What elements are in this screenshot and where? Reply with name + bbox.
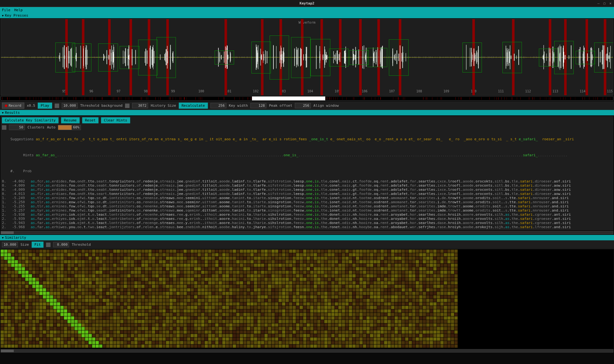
result-row[interactable]: 2.-5.943as.far.as.erhiyes.iok.ojmt.t.o.l…	[2, 221, 612, 225]
waveform-tick: 107	[389, 89, 395, 93]
section-key-presses-header[interactable]: ▼ Key Presses	[0, 13, 614, 18]
result-row[interactable]: 0.-4.009as.flr.as.erdides.foo.ondt.tto.s…	[2, 188, 612, 192]
timeline[interactable]	[1, 96, 613, 101]
result-row[interactable]: 2.-5.939as.far.as.erhiyes.iok.ojmt.t.o.l…	[2, 217, 612, 221]
history-size-label: History Size	[151, 104, 176, 108]
waveform-tick: 113	[553, 89, 558, 93]
suggestions-row: Suggestions as_f r_as_er i es_fo _o t_t …	[2, 131, 612, 147]
auto-label: Auto	[47, 125, 56, 129]
slider-handle-d[interactable]	[46, 243, 51, 247]
suggestions-text: as_f r_as_er i es_fo _o t_t o_sea t_ ont…	[36, 137, 574, 141]
waveform-tick: 114	[580, 89, 586, 93]
result-row[interactable]: 0.-4.013as.flr.as.erdiaes.foo.ondt.tto.s…	[2, 192, 612, 196]
threshold-value[interactable]: 0.000	[53, 242, 69, 247]
waveform-tick: 108	[416, 89, 422, 93]
menu-help[interactable]: Help	[14, 8, 23, 12]
similarity-area	[1, 250, 613, 349]
play-button[interactable]: Play	[38, 103, 52, 109]
key-width-label: Key width	[229, 104, 248, 108]
suggestions-label: Suggestions	[11, 137, 34, 141]
results-list: 0.-4.002as.fcr.as.erdides.foo.ondt.tto.s…	[2, 179, 612, 229]
window-title: Keytap2	[300, 1, 314, 5]
fit-button[interactable]: Fit	[32, 242, 44, 248]
scrollbar-thumb[interactable]	[1, 350, 14, 352]
result-row[interactable]: 1.-5.250as.tlr.as.ernines.eow.ofwi.tqo.s…	[2, 200, 612, 204]
waveform-tick: 115	[607, 89, 613, 93]
calc-key-similarity-button[interactable]: Calculate Key Similarity	[2, 117, 59, 123]
slider-handle-b[interactable]	[125, 104, 130, 108]
maximize-icon[interactable]: ▢	[603, 1, 606, 5]
titlebar: Keytap2 — ▢ ✕	[0, 0, 614, 7]
waveform-tick: 97	[117, 89, 121, 93]
collapse-arrow-icon: ▼	[2, 14, 4, 17]
result-row[interactable]: 1.-5.249as.tlr.as.ernines.fow.ofwi.tqo.s…	[2, 196, 612, 200]
result-row[interactable]: 1.-5.255as.tlr.as.ernines.fow.ofwi.tqo.s…	[2, 204, 612, 208]
section-results-title: Results	[5, 111, 20, 115]
scrollbar-thumb[interactable]	[1, 231, 14, 234]
menubar: File Help	[0, 7, 614, 13]
value-a[interactable]: 10.000	[62, 103, 78, 108]
record-icon	[5, 105, 7, 107]
results-area: Calculate Key Similarity Resume Reset Cl…	[1, 116, 613, 230]
similarity-controls: 10.000 Size Fit 0.000 Threshold	[0, 240, 614, 249]
similarity-matrix[interactable]	[1, 250, 613, 349]
menu-file[interactable]: File	[2, 8, 11, 12]
results-scrollbar[interactable]	[1, 231, 613, 234]
sim-val-a[interactable]: 10.000	[2, 242, 18, 247]
clusters-label: Clusters	[28, 125, 44, 129]
slider-handle-c[interactable]	[2, 125, 6, 130]
result-row[interactable]: 1.-5.257as.tyr.as.ernines.fow.ofwi.tqo.s…	[2, 208, 612, 213]
result-row[interactable]: 0.-4.002as.fcr.as.erdides.foo.ondt.tto.s…	[2, 179, 612, 183]
hints-label: Hints	[23, 153, 34, 157]
slider-val[interactable]: 50	[9, 125, 25, 130]
waveform-tick: 100	[198, 89, 204, 93]
close-icon[interactable]: ✕	[609, 1, 611, 5]
waveform-tick: 112	[525, 89, 531, 93]
slider-handle-a[interactable]	[55, 104, 59, 108]
minimize-icon[interactable]: —	[597, 1, 600, 5]
waveform-area[interactable]: Waveform 9596979899100101102103104105106…	[1, 19, 613, 96]
timeline-window[interactable]	[252, 97, 326, 100]
waveform-tick: 96	[90, 89, 93, 93]
result-row[interactable]: 0.-4.009as.flr.as.erdides.foo.ondt.tto.s…	[2, 183, 612, 188]
collapse-arrow-icon: ▼	[2, 111, 4, 114]
reset-button[interactable]: Reset	[82, 117, 98, 123]
clear-hints-button[interactable]: Clear Hints	[101, 117, 130, 123]
result-row[interactable]: 2.-5.938as.far.as.erhiyes.iok.ojmt.t.o.l…	[2, 213, 612, 217]
waveform-tick: 109	[444, 89, 449, 93]
peak-offset-value[interactable]: 256	[295, 103, 311, 108]
section-key-presses-title: Key Presses	[5, 13, 28, 18]
section-similarity-header[interactable]: ▼ Similarity	[0, 235, 614, 240]
hints-text[interactable]: as_far_as_..............................…	[36, 153, 567, 157]
threshold-bg-value[interactable]: 3072	[132, 103, 148, 108]
results-header: #. Prob	[11, 169, 32, 173]
section-similarity-title: Similarity	[5, 236, 26, 240]
waveform-tick: 99	[171, 89, 175, 93]
record-button[interactable]: Record	[2, 103, 24, 109]
threshold-label: Threshold	[72, 243, 91, 247]
history-size-value[interactable]: 256	[210, 103, 226, 108]
section-results-header[interactable]: ▼ Results	[0, 110, 614, 115]
waveform-tick: 106	[362, 89, 367, 93]
key-width-value[interactable]: 128	[250, 103, 266, 108]
speed-label: x0.5	[27, 104, 35, 108]
recalculate-button[interactable]: Recalculate	[179, 103, 208, 109]
resume-button[interactable]: Resume	[61, 117, 80, 123]
collapse-arrow-icon: ▼	[2, 236, 4, 239]
window-controls: — ▢ ✕	[597, 1, 611, 5]
waveform-tick: 111	[498, 89, 504, 93]
hints-row: Hints as_far_as_........................…	[2, 147, 612, 163]
waveform-ticks: 9596979899100101102103104105106107108109…	[1, 89, 613, 94]
waveform-tick: 102	[253, 89, 259, 93]
waveform-controls: Record x0.5 Play 10.000 Threshold backgr…	[0, 101, 614, 110]
align-window-label: Align window	[313, 104, 339, 108]
waveform-tick: 104	[307, 89, 313, 93]
similarity-scrollbar[interactable]	[1, 349, 613, 352]
threshold-bg-label: Threshold background	[80, 104, 122, 108]
size-label: Size	[20, 243, 29, 247]
pct-slider[interactable]: 60%	[58, 125, 81, 130]
result-row[interactable]: 2.-5.968as.far.as.erhiwes.you.oo.t.two.i…	[2, 225, 612, 229]
waveform-tick: 98	[144, 89, 148, 93]
peak-offset-label: Peak offset	[269, 104, 292, 108]
results-header-row: #. Prob	[2, 163, 612, 179]
